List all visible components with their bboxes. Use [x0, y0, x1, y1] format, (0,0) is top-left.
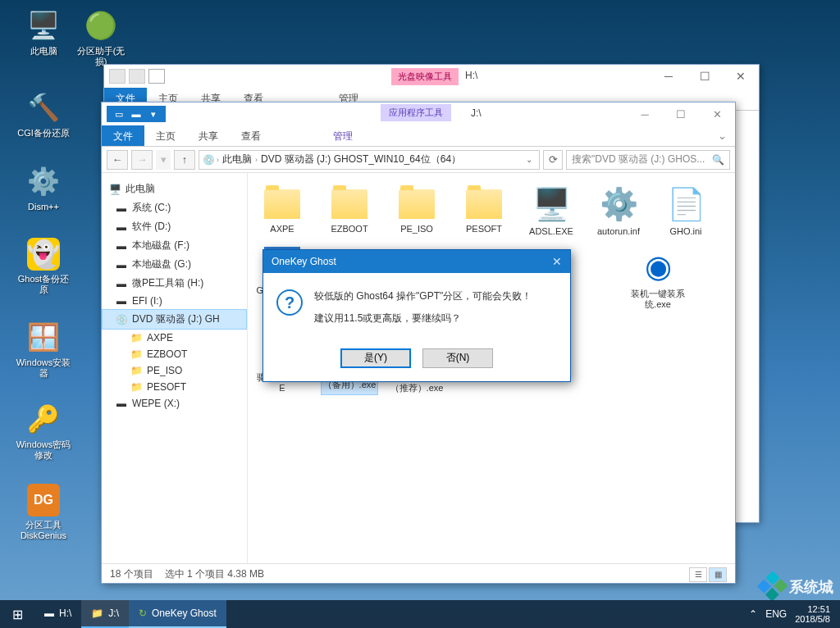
drive-icon: ▬	[115, 203, 128, 214]
tab-view[interactable]: 查看	[230, 125, 272, 146]
search-icon: 🔍	[712, 154, 724, 166]
folder-icon: 📁	[130, 365, 143, 376]
breadcrumb-item[interactable]: 此电脑	[221, 152, 253, 166]
tree-drive-c[interactable]: ▬系统 (C:)	[102, 198, 247, 217]
desktop-icon-dism[interactable]: ⚙️Dism++	[15, 164, 72, 212]
details-view-button[interactable]: ☰	[689, 567, 707, 582]
ini-icon: 📄	[666, 184, 705, 224]
dialog-title: OneKey Ghost	[272, 256, 336, 267]
close-button[interactable]: ✕	[723, 65, 759, 88]
taskbar-item-j-drive[interactable]: 📁J:\	[81, 600, 129, 628]
back-button[interactable]: ←	[107, 150, 128, 170]
desktop-icon-win-installer[interactable]: 🪟Windows安装器	[15, 320, 72, 379]
tab-manage[interactable]: 管理	[322, 125, 364, 146]
dialog-buttons: 是(Y) 否(N)	[263, 339, 570, 381]
desktop-icon-cgi-backup[interactable]: 🔨CGI备份还原	[15, 90, 72, 139]
tree-drive-f[interactable]: ▬本地磁盘 (F:)	[102, 236, 247, 255]
qat-props-icon[interactable]: ▭	[112, 107, 126, 121]
qat-icon[interactable]	[129, 69, 145, 84]
tray-chevron-icon[interactable]: ⌃	[749, 608, 757, 620]
qat-folder-icon[interactable]: ▬	[129, 107, 144, 121]
window-controls: ─ ☐ ✕	[627, 102, 735, 125]
taskbar-item-h-drive[interactable]: ▬H:\	[34, 600, 81, 628]
file-onekey-install[interactable]: ◉装机一键装系统.exe	[630, 247, 686, 321]
maximize-button[interactable]: ☐	[663, 102, 699, 125]
status-bar: 18 个项目 选中 1 个项目 4.38 MB ☰ ▦	[102, 563, 735, 585]
contextual-tab: 光盘映像工具	[391, 68, 459, 85]
chevron-right-icon[interactable]: ›	[255, 156, 258, 164]
quick-access-toolbar: ▭ ▬ ▾	[107, 106, 166, 122]
minimize-button[interactable]: ─	[651, 65, 687, 88]
tab-file[interactable]: 文件	[102, 125, 144, 146]
desktop-icon-ghost-backup[interactable]: 👻Ghost备份还原	[15, 238, 72, 295]
folder-axpe[interactable]: AXPE	[254, 184, 310, 237]
dvd-icon: 💿	[203, 154, 215, 166]
tree-drive-j[interactable]: 💿DVD 驱动器 (J:) GH	[102, 309, 247, 330]
tree-drive-g[interactable]: ▬本地磁盘 (G:)	[102, 255, 247, 274]
address-bar[interactable]: 💿 › 此电脑 › DVD 驱动器 (J:) GHOST_WIN10_64位（6…	[199, 150, 540, 170]
qat-caret[interactable]	[148, 69, 165, 84]
drive-icon: ▬	[115, 398, 128, 409]
taskbar-item-onekey-ghost[interactable]: ↻OneKey Ghost	[129, 600, 226, 628]
ribbon-tabs: 文件 主页 共享 查看 管理 ⌄	[102, 125, 735, 147]
breadcrumb-item[interactable]: DVD 驱动器 (J:) GHOST_WIN10_64位（64）	[259, 152, 463, 166]
tab-share[interactable]: 共享	[187, 125, 230, 146]
window-title: H:\	[465, 70, 477, 81]
qat-icon[interactable]	[109, 69, 126, 84]
up-button[interactable]: ↑	[174, 150, 195, 170]
key-icon: 🔑	[26, 402, 61, 436]
close-icon[interactable]: ✕	[552, 255, 562, 268]
tab-home[interactable]: 主页	[144, 125, 187, 146]
minimize-button[interactable]: ─	[627, 102, 663, 125]
file-adsl-exe[interactable]: 🖥️ADSL.EXE	[523, 184, 579, 237]
app-icon: ↻	[139, 608, 147, 619]
tree-drive-i[interactable]: ▬EFI (I:)	[102, 293, 247, 309]
language-indicator[interactable]: ENG	[765, 608, 787, 620]
desktop-icon-win-password[interactable]: 🔑Windows密码修改	[15, 402, 72, 461]
folder-pesoft[interactable]: PESOFT	[456, 184, 512, 237]
contextual-tab: 应用程序工具	[381, 104, 451, 121]
qat-caret-icon[interactable]: ▾	[146, 107, 161, 121]
desktop-icon-this-pc[interactable]: 🖥️此电脑	[15, 8, 72, 57]
onekey-ghost-dialog: OneKey Ghost ✕ ? 较低版的 Ghost64 操作"GPT"分区，…	[262, 249, 571, 382]
dialog-titlebar[interactable]: OneKey Ghost ✕	[263, 250, 570, 273]
address-dropdown-icon[interactable]: ⌄	[523, 155, 536, 164]
chevron-right-icon[interactable]: ›	[217, 156, 219, 164]
tree-folder-pesoft[interactable]: 📁PESOFT	[102, 379, 247, 395]
desktop-icon-diskgenius[interactable]: DG分区工具DiskGenius	[15, 484, 72, 541]
yes-button[interactable]: 是(Y)	[340, 348, 411, 368]
close-button[interactable]: ✕	[699, 102, 735, 125]
tree-drive-x[interactable]: ▬WEPE (X:)	[102, 395, 247, 412]
history-caret-icon[interactable]: ▾	[156, 150, 171, 170]
maximize-button[interactable]: ☐	[687, 65, 723, 88]
titlebar[interactable]: 光盘映像工具 H:\ ─ ☐ ✕	[104, 65, 759, 88]
selection-info: 选中 1 个项目 4.38 MB	[165, 567, 264, 581]
exe-icon: 🖥️	[532, 184, 571, 224]
tree-folder-ezboot[interactable]: 📁EZBOOT	[102, 346, 247, 362]
folder-icon	[331, 189, 368, 219]
folder-peiso[interactable]: PE_ISO	[389, 184, 445, 237]
search-input[interactable]: 搜索"DVD 驱动器 (J:) GHOS... 🔍	[566, 150, 730, 170]
desktop-icon-partition-assist[interactable]: 🟢分区助手(无损)	[72, 8, 130, 67]
tree-folder-peiso[interactable]: 📁PE_ISO	[102, 362, 247, 379]
folder-icon	[466, 189, 502, 219]
drive-icon: ▬	[115, 240, 128, 252]
folder-icon	[264, 189, 300, 219]
ribbon-expand-icon[interactable]: ⌄	[710, 125, 735, 146]
icons-view-button[interactable]: ▦	[709, 567, 727, 582]
tree-drive-h[interactable]: ▬微PE工具箱 (H:)	[102, 274, 247, 293]
tree-folder-axpe[interactable]: 📁AXPE	[102, 330, 247, 346]
titlebar[interactable]: ▭ ▬ ▾ 应用程序工具 J:\ ─ ☐ ✕	[102, 102, 735, 125]
tree-drive-d[interactable]: ▬软件 (D:)	[102, 217, 247, 236]
folder-icon: 📁	[130, 348, 143, 360]
clock[interactable]: 12:51 2018/5/8	[795, 604, 830, 624]
file-autorun-inf[interactable]: ⚙️autorun.inf	[591, 184, 646, 237]
file-gho-ini[interactable]: 📄GHO.ini	[658, 184, 714, 237]
forward-button[interactable]: →	[131, 150, 153, 170]
refresh-button[interactable]: ⟳	[543, 150, 563, 170]
no-button[interactable]: 否(N)	[422, 348, 493, 368]
folder-ezboot[interactable]: EZBOOT	[322, 184, 377, 237]
start-button[interactable]: ⊞	[0, 600, 34, 628]
tree-this-pc[interactable]: 🖥️此电脑	[102, 180, 247, 198]
window-title: J:\	[471, 107, 482, 119]
